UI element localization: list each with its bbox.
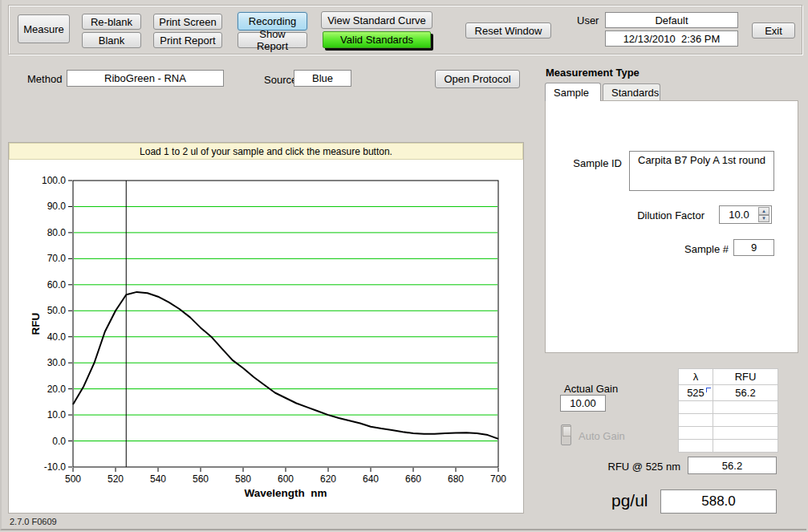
measure-button[interactable]: Measure: [18, 14, 70, 43]
table-cell[interactable]: [713, 401, 778, 414]
version-text: 2.7.0 F0609: [10, 517, 57, 526]
dilution-factor-spinner: ▲ ▼: [758, 207, 769, 222]
x-tick-label: 660: [405, 473, 421, 485]
tab-sample-label: Sample: [554, 87, 589, 99]
view-standard-curve-button[interactable]: View Standard Curve: [321, 11, 432, 29]
dilution-factor-value: 10.0: [720, 209, 758, 221]
x-tick-label: 680: [448, 473, 464, 485]
table-cell[interactable]: [713, 427, 778, 440]
table-cell[interactable]: [679, 440, 713, 453]
auto-gain-switch-knob: [562, 426, 571, 437]
method-field[interactable]: RiboGreen - RNA: [67, 70, 224, 87]
dilution-factor-spinbox[interactable]: 10.0 ▲ ▼: [719, 205, 772, 224]
x-tick-label: 560: [193, 473, 209, 485]
application-window: Measure Re-blank Blank Print Screen Prin…: [0, 0, 806, 530]
peak-table[interactable]: λRFU 52556.2: [678, 368, 778, 453]
reblank-button[interactable]: Re-blank: [82, 14, 141, 30]
concentration-unit-label: pg/ul: [611, 491, 648, 510]
measurement-type-title: Measurement Type: [546, 67, 639, 79]
actual-gain-field[interactable]: 10.00: [560, 395, 606, 412]
spin-up-icon[interactable]: ▲: [758, 207, 769, 215]
auto-gain-switch[interactable]: [561, 424, 571, 445]
source-label: Source: [264, 74, 297, 86]
user-field[interactable]: Default: [605, 12, 738, 28]
x-tick-label: 520: [108, 473, 124, 485]
y-axis-label: RFU: [30, 313, 42, 335]
x-tick-label: 640: [363, 473, 379, 485]
spectrum-chart[interactable]: 100.090.080.070.060.050.040.030.020.010.…: [9, 143, 523, 513]
rfu-at-peak-label: RFU @ 525 nm: [605, 461, 680, 473]
table-cell[interactable]: 56.2: [713, 385, 778, 401]
y-tick-label: 50.0: [47, 305, 67, 316]
x-tick-label: 620: [320, 473, 336, 485]
show-report-button[interactable]: Show Report: [238, 32, 307, 48]
dilution-factor-label: Dilution Factor: [594, 209, 704, 221]
x-axis-label: Wavelength nm: [244, 487, 327, 499]
rfu-at-peak-field: 56.2: [688, 457, 777, 474]
sample-id-label: Sample ID: [546, 157, 622, 169]
user-label: User: [577, 14, 599, 26]
print-report-button[interactable]: Print Report: [153, 32, 222, 48]
open-protocol-button[interactable]: Open Protocol: [435, 70, 520, 88]
y-tick-label: -10.0: [44, 461, 67, 473]
tab-sample[interactable]: Sample: [545, 83, 601, 101]
datetime-field: 12/13/2010 2:36 PM: [605, 30, 738, 47]
actual-gain-label: Actual Gain: [564, 383, 618, 395]
table-cell[interactable]: [679, 414, 713, 427]
print-screen-button[interactable]: Print Screen: [153, 14, 222, 30]
y-tick-label: 40.0: [47, 331, 67, 343]
y-tick-label: 30.0: [47, 357, 67, 368]
table-cell[interactable]: [713, 440, 778, 453]
spin-down-icon[interactable]: ▼: [758, 215, 769, 223]
tab-standards-label: Standards: [611, 87, 659, 99]
toolbar-group: Measure Re-blank Blank Print Screen Prin…: [8, 5, 802, 55]
y-tick-label: 60.0: [47, 279, 67, 290]
y-tick-label: 20.0: [47, 384, 67, 395]
peak-table-col-header: RFU: [713, 369, 778, 385]
sample-number-label: Sample #: [674, 243, 729, 255]
sample-id-field[interactable]: Carpita B7 Poly A 1st round: [629, 151, 774, 191]
y-tick-label: 10.0: [47, 409, 67, 420]
x-tick-label: 540: [150, 473, 166, 485]
table-row-empty[interactable]: [679, 414, 778, 427]
plot-area[interactable]: [73, 181, 498, 467]
x-tick-label: 500: [65, 473, 81, 485]
valid-standards-indicator: Valid Standards: [323, 31, 431, 48]
table-row-empty[interactable]: [679, 440, 778, 453]
chart-panel: Load 1 to 2 ul of your sample and click …: [8, 142, 524, 514]
blank-button[interactable]: Blank: [82, 32, 141, 48]
table-row-empty[interactable]: [679, 427, 778, 440]
y-tick-label: 100.0: [42, 175, 66, 186]
x-tick-label: 700: [490, 473, 506, 485]
y-tick-label: 80.0: [47, 227, 67, 238]
auto-gain-label: Auto Gain: [579, 430, 625, 442]
table-row[interactable]: 52556.2: [679, 385, 778, 401]
table-cell[interactable]: [679, 401, 713, 414]
reset-window-button[interactable]: Reset Window: [465, 22, 551, 39]
y-tick-label: 0.0: [52, 436, 66, 447]
x-tick-label: 580: [235, 473, 251, 485]
peak-table-col-header: λ: [679, 369, 713, 385]
tab-standards[interactable]: Standards: [603, 83, 660, 101]
table-row-empty[interactable]: [679, 401, 778, 414]
method-label: Method: [27, 73, 62, 85]
peak-table-header: λRFU: [679, 369, 778, 385]
peak-table-container: λRFU 52556.2: [678, 368, 778, 453]
sample-number-field[interactable]: 9: [733, 239, 774, 256]
exit-button[interactable]: Exit: [752, 22, 795, 39]
x-tick-label: 600: [278, 473, 294, 485]
concentration-field: 588.0: [660, 489, 777, 514]
sample-tab-panel: Sample ID Carpita B7 Poly A 1st round Di…: [545, 100, 798, 353]
table-cell[interactable]: [713, 414, 778, 427]
table-cell[interactable]: [679, 427, 713, 440]
source-field[interactable]: Blue: [294, 70, 351, 87]
y-tick-label: 70.0: [47, 253, 67, 264]
y-tick-label: 90.0: [47, 201, 67, 212]
